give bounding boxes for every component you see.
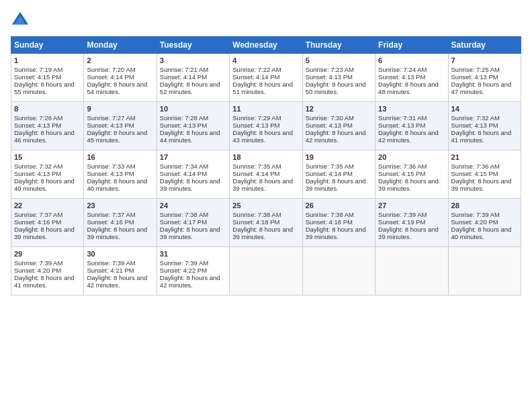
day-number: 21 — [451, 153, 518, 161]
sunrise: Sunrise: 7:20 AM — [87, 66, 135, 73]
sunset: Sunset: 4:16 PM — [87, 218, 134, 226]
sunrise: Sunrise: 7:30 AM — [306, 114, 354, 122]
daylight: Daylight: 8 hours and 39 minutes. — [232, 177, 293, 192]
week-row-4: 22Sunrise: 7:37 AMSunset: 4:16 PMDayligh… — [11, 199, 521, 247]
day-number: 26 — [306, 201, 372, 210]
calendar-cell: 2Sunrise: 7:20 AMSunset: 4:14 PMDaylight… — [84, 54, 157, 102]
sunrise: Sunrise: 7:28 AM — [160, 114, 208, 122]
sunset: Sunset: 4:15 PM — [378, 170, 425, 177]
week-row-2: 8Sunrise: 7:26 AMSunset: 4:13 PMDaylight… — [11, 102, 521, 150]
calendar-cell: 12Sunrise: 7:30 AMSunset: 4:13 PMDayligh… — [302, 102, 375, 150]
col-header-wednesday: Wednesday — [230, 37, 302, 54]
calendar-cell: 6Sunrise: 7:24 AMSunset: 4:13 PMDaylight… — [375, 54, 448, 102]
daylight: Daylight: 8 hours and 43 minutes. — [232, 129, 293, 144]
sunset: Sunset: 4:22 PM — [160, 267, 207, 274]
col-header-thursday: Thursday — [302, 37, 375, 54]
day-number: 24 — [160, 201, 226, 210]
day-number: 23 — [87, 201, 153, 210]
week-row-1: 1Sunrise: 7:19 AMSunset: 4:15 PMDaylight… — [11, 54, 521, 102]
sunrise: Sunrise: 7:38 AM — [160, 211, 208, 218]
daylight: Daylight: 8 hours and 39 minutes. — [378, 226, 439, 240]
daylight: Daylight: 8 hours and 40 minutes. — [14, 177, 75, 192]
day-number: 2 — [87, 56, 153, 64]
logo-icon — [11, 11, 30, 30]
logo — [11, 11, 32, 30]
daylight: Daylight: 8 hours and 41 minutes. — [14, 274, 75, 289]
calendar-cell: 13Sunrise: 7:31 AMSunset: 4:13 PMDayligh… — [375, 102, 448, 150]
header-row: SundayMondayTuesdayWednesdayThursdayFrid… — [11, 37, 521, 54]
sunset: Sunset: 4:14 PM — [160, 73, 207, 81]
sunrise: Sunrise: 7:26 AM — [14, 114, 62, 122]
sunrise: Sunrise: 7:36 AM — [378, 163, 427, 170]
sunset: Sunset: 4:15 PM — [451, 170, 498, 177]
sunrise: Sunrise: 7:21 AM — [160, 66, 208, 73]
daylight: Daylight: 8 hours and 45 minutes. — [87, 129, 147, 144]
sunrise: Sunrise: 7:38 AM — [306, 211, 354, 218]
calendar-cell: 27Sunrise: 7:39 AMSunset: 4:19 PMDayligh… — [375, 199, 448, 247]
calendar-cell: 11Sunrise: 7:29 AMSunset: 4:13 PMDayligh… — [230, 102, 302, 150]
sunrise: Sunrise: 7:32 AM — [14, 163, 62, 170]
sunrise: Sunrise: 7:39 AM — [451, 211, 500, 218]
calendar-table: SundayMondayTuesdayWednesdayThursdayFrid… — [11, 36, 521, 295]
calendar-cell: 8Sunrise: 7:26 AMSunset: 4:13 PMDaylight… — [11, 102, 84, 150]
day-number: 15 — [14, 153, 81, 161]
day-number: 29 — [14, 250, 81, 258]
calendar-cell: 22Sunrise: 7:37 AMSunset: 4:16 PMDayligh… — [11, 199, 84, 247]
calendar-cell: 29Sunrise: 7:39 AMSunset: 4:20 PMDayligh… — [11, 247, 84, 295]
daylight: Daylight: 8 hours and 42 minutes. — [87, 274, 147, 289]
daylight: Daylight: 8 hours and 50 minutes. — [306, 81, 366, 95]
calendar-cell: 10Sunrise: 7:28 AMSunset: 4:13 PMDayligh… — [157, 102, 229, 150]
day-number: 13 — [378, 105, 445, 113]
sunset: Sunset: 4:18 PM — [232, 218, 279, 226]
day-number: 18 — [232, 153, 299, 161]
calendar-cell: 19Sunrise: 7:35 AMSunset: 4:14 PMDayligh… — [302, 150, 375, 199]
sunset: Sunset: 4:13 PM — [451, 122, 498, 129]
sunrise: Sunrise: 7:38 AM — [232, 211, 281, 218]
day-number: 1 — [14, 56, 81, 64]
sunset: Sunset: 4:13 PM — [87, 122, 134, 129]
calendar-cell: 23Sunrise: 7:37 AMSunset: 4:16 PMDayligh… — [84, 199, 157, 247]
sunset: Sunset: 4:15 PM — [14, 73, 61, 81]
week-row-5: 29Sunrise: 7:39 AMSunset: 4:20 PMDayligh… — [11, 247, 521, 295]
sunrise: Sunrise: 7:35 AM — [232, 163, 281, 170]
calendar-cell: 21Sunrise: 7:36 AMSunset: 4:15 PMDayligh… — [448, 150, 521, 199]
daylight: Daylight: 8 hours and 40 minutes. — [451, 226, 512, 240]
daylight: Daylight: 8 hours and 39 minutes. — [160, 226, 220, 240]
sunset: Sunset: 4:13 PM — [160, 122, 207, 129]
sunrise: Sunrise: 7:39 AM — [87, 259, 135, 267]
daylight: Daylight: 8 hours and 47 minutes. — [451, 81, 512, 95]
calendar-cell: 17Sunrise: 7:34 AMSunset: 4:14 PMDayligh… — [157, 150, 229, 199]
sunrise: Sunrise: 7:25 AM — [451, 66, 500, 73]
sunrise: Sunrise: 7:27 AM — [87, 114, 135, 122]
day-number: 17 — [160, 153, 226, 161]
calendar-cell — [448, 247, 521, 295]
daylight: Daylight: 8 hours and 40 minutes. — [87, 177, 147, 192]
col-header-tuesday: Tuesday — [157, 37, 229, 54]
sunrise: Sunrise: 7:32 AM — [451, 114, 500, 122]
day-number: 9 — [87, 105, 153, 113]
daylight: Daylight: 8 hours and 39 minutes. — [306, 226, 366, 240]
calendar-cell: 5Sunrise: 7:23 AMSunset: 4:13 PMDaylight… — [302, 54, 375, 102]
sunrise: Sunrise: 7:37 AM — [14, 211, 62, 218]
sunset: Sunset: 4:13 PM — [378, 122, 425, 129]
col-header-saturday: Saturday — [448, 37, 521, 54]
sunset: Sunset: 4:13 PM — [232, 122, 279, 129]
sunset: Sunset: 4:20 PM — [14, 267, 61, 274]
calendar-cell: 26Sunrise: 7:38 AMSunset: 4:18 PMDayligh… — [302, 199, 375, 247]
day-number: 10 — [160, 105, 226, 113]
sunrise: Sunrise: 7:37 AM — [87, 211, 135, 218]
calendar-cell: 3Sunrise: 7:21 AMSunset: 4:14 PMDaylight… — [157, 54, 229, 102]
daylight: Daylight: 8 hours and 39 minutes. — [451, 177, 512, 192]
sunrise: Sunrise: 7:33 AM — [87, 163, 135, 170]
daylight: Daylight: 8 hours and 46 minutes. — [14, 129, 75, 144]
day-number: 3 — [160, 56, 226, 64]
week-row-3: 15Sunrise: 7:32 AMSunset: 4:13 PMDayligh… — [11, 150, 521, 199]
page: SundayMondayTuesdayWednesdayThursdayFrid… — [0, 0, 532, 301]
sunset: Sunset: 4:14 PM — [232, 170, 279, 177]
col-header-monday: Monday — [84, 37, 157, 54]
calendar-cell — [375, 247, 448, 295]
sunrise: Sunrise: 7:39 AM — [378, 211, 427, 218]
calendar-cell: 9Sunrise: 7:27 AMSunset: 4:13 PMDaylight… — [84, 102, 157, 150]
calendar-cell — [230, 247, 302, 295]
sunrise: Sunrise: 7:39 AM — [160, 259, 208, 267]
